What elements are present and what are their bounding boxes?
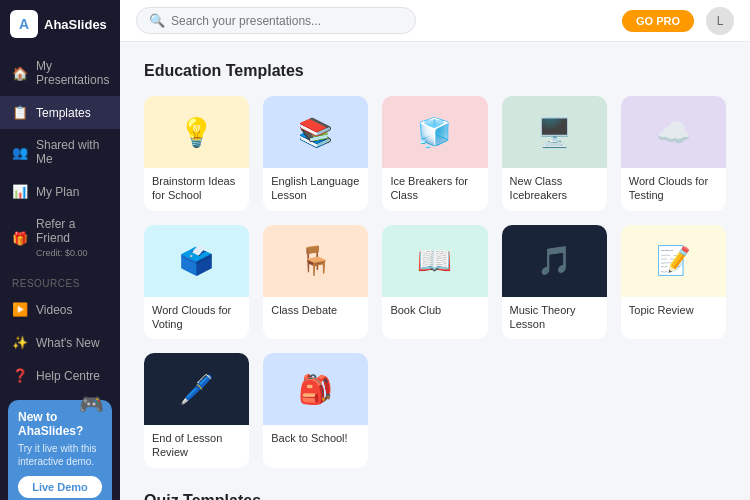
sidebar-item-my-plan[interactable]: 📊 My Plan	[0, 175, 120, 208]
sidebar-item-label: Shared with Me	[36, 138, 108, 166]
template-card-topic-review[interactable]: 📝 Topic Review	[621, 225, 726, 340]
my-plan-icon: 📊	[12, 184, 28, 199]
sidebar-item-my-presentations[interactable]: 🏠 My Presentations	[0, 50, 120, 96]
template-card-english[interactable]: 📚 English Language Lesson	[263, 96, 368, 211]
template-card-book-club[interactable]: 📖 Book Club	[382, 225, 487, 340]
sidebar-item-label: My Plan	[36, 185, 79, 199]
template-label: Word Clouds for Testing	[621, 168, 726, 211]
template-thumbnail: 📖	[382, 225, 487, 297]
sidebar-nav: 🏠 My Presentations📋 Templates👥 Shared wi…	[0, 46, 120, 268]
refer-icon: 🎁	[12, 231, 28, 246]
template-label: English Language Lesson	[263, 168, 368, 211]
template-card-music-theory[interactable]: 🎵 Music Theory Lesson	[502, 225, 607, 340]
go-pro-button[interactable]: GO PRO	[622, 10, 694, 32]
sidebar-item-shared[interactable]: 👥 Shared with Me	[0, 129, 120, 175]
logo-text: AhaSlides	[44, 17, 107, 32]
logo-icon: A	[10, 10, 38, 38]
sidebar-item-templates[interactable]: 📋 Templates	[0, 96, 120, 129]
template-thumbnail: 🖊️	[144, 353, 249, 425]
sidebar-item-label: What's New	[36, 336, 100, 350]
template-card-back-school[interactable]: 🎒 Back to School!	[263, 353, 368, 468]
sidebar-item-label: Videos	[36, 303, 72, 317]
template-thumbnail: 📝	[621, 225, 726, 297]
search-box[interactable]: 🔍	[136, 7, 416, 34]
sidebar-item-videos[interactable]: ▶️ Videos	[0, 293, 120, 326]
template-label: End of Lesson Review	[144, 425, 249, 468]
template-label: Topic Review	[621, 297, 726, 325]
template-thumbnail: 🪑	[263, 225, 368, 297]
template-thumbnail: 💡	[144, 96, 249, 168]
template-card-word-clouds-test[interactable]: ☁️ Word Clouds for Testing	[621, 96, 726, 211]
template-label: Back to School!	[263, 425, 368, 453]
resources-label: RESOURCES	[0, 268, 120, 293]
sidebar-item-label: Help Centre	[36, 369, 100, 383]
template-card-end-lesson[interactable]: 🖊️ End of Lesson Review	[144, 353, 249, 468]
templates-icon: 📋	[12, 105, 28, 120]
sidebar-item-label: Templates	[36, 106, 91, 120]
promo-description: Try it live with this interactive demo.	[18, 442, 102, 468]
avatar[interactable]: L	[706, 7, 734, 35]
whats-new-icon: ✨	[12, 335, 28, 350]
template-label: Class Debate	[263, 297, 368, 325]
logo-area: A AhaSlides	[0, 0, 120, 46]
live-demo-button[interactable]: Live Demo	[18, 476, 102, 498]
template-thumbnail: 🖥️	[502, 96, 607, 168]
shared-icon: 👥	[12, 145, 28, 160]
template-card-new-class[interactable]: 🖥️ New Class Icebreakers	[502, 96, 607, 211]
template-thumbnail: 🗳️	[144, 225, 249, 297]
template-label: Book Club	[382, 297, 487, 325]
sidebar-item-help[interactable]: ❓ Help Centre	[0, 359, 120, 392]
sidebar: A AhaSlides 🏠 My Presentations📋 Template…	[0, 0, 120, 500]
sidebar-item-label: Refer a FriendCredit: $0.00	[36, 217, 108, 259]
template-thumbnail: ☁️	[621, 96, 726, 168]
template-label: Ice Breakers for Class	[382, 168, 487, 211]
template-card-word-clouds-vote[interactable]: 🗳️ Word Clouds for Voting	[144, 225, 249, 340]
template-thumbnail: 🧊	[382, 96, 487, 168]
sidebar-promo: 🎮 New to AhaSlides? Try it live with thi…	[8, 400, 112, 500]
template-card-icebreakers[interactable]: 🧊 Ice Breakers for Class	[382, 96, 487, 211]
sidebar-item-label: My Presentations	[36, 59, 109, 87]
content-area: Education Templates 💡 Brainstorm Ideas f…	[120, 42, 750, 500]
template-label: Word Clouds for Voting	[144, 297, 249, 340]
sidebar-item-whats-new[interactable]: ✨ What's New	[0, 326, 120, 359]
education-templates-grid: 💡 Brainstorm Ideas for School 📚 English …	[144, 96, 726, 468]
my-presentations-icon: 🏠	[12, 66, 28, 81]
resource-items: ▶️ Videos✨ What's New❓ Help Centre	[0, 293, 120, 392]
template-label: New Class Icebreakers	[502, 168, 607, 211]
videos-icon: ▶️	[12, 302, 28, 317]
promo-icon: 🎮	[79, 392, 104, 416]
topbar: 🔍 GO PRO L	[120, 0, 750, 42]
education-section-title: Education Templates	[144, 62, 726, 80]
template-thumbnail: 🎒	[263, 353, 368, 425]
template-thumbnail: 📚	[263, 96, 368, 168]
template-label: Music Theory Lesson	[502, 297, 607, 340]
template-card-brainstorm[interactable]: 💡 Brainstorm Ideas for School	[144, 96, 249, 211]
template-thumbnail: 🎵	[502, 225, 607, 297]
sidebar-item-refer[interactable]: 🎁 Refer a FriendCredit: $0.00	[0, 208, 120, 268]
help-icon: ❓	[12, 368, 28, 383]
search-input[interactable]	[171, 14, 403, 28]
quiz-section-title: Quiz Templates	[144, 492, 726, 500]
template-card-debate[interactable]: 🪑 Class Debate	[263, 225, 368, 340]
search-icon: 🔍	[149, 13, 165, 28]
template-label: Brainstorm Ideas for School	[144, 168, 249, 211]
main-area: 🔍 GO PRO L Education Templates 💡 Brainst…	[120, 0, 750, 500]
